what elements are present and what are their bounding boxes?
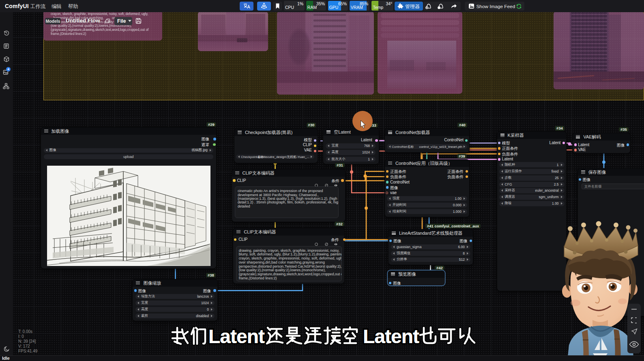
svg-text:Latent: Latent [363,326,419,347]
svg-text:Latent: Latent [208,326,265,347]
